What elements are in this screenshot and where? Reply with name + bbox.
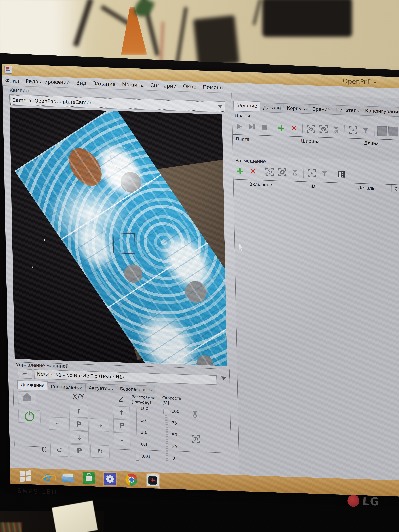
window-title: OpenPnP - (343, 77, 376, 86)
dark-equipment (193, 15, 239, 68)
boards-section-title: Платы (234, 113, 250, 118)
menu-job[interactable]: Задание (93, 80, 116, 87)
start-button[interactable] (18, 469, 32, 483)
taskbar-settings[interactable] (103, 472, 117, 486)
distance-tick: 1.0 (141, 430, 147, 435)
job-start-button[interactable] (234, 121, 245, 132)
safe-z-icon[interactable] (191, 410, 199, 418)
job-step-button[interactable] (246, 121, 258, 133)
camera-view[interactable] (10, 108, 227, 366)
power-icon (25, 412, 34, 421)
capture-tool-location-icon[interactable] (277, 166, 288, 178)
tab-safety[interactable]: Безопасность (117, 385, 155, 394)
menu-edit[interactable]: Редактирование (25, 78, 70, 85)
distance-slider-handle[interactable] (136, 454, 139, 461)
menu-view[interactable]: Вид (76, 80, 87, 86)
position-camera-icon[interactable] (306, 168, 317, 179)
panel-icon-b[interactable] (388, 127, 398, 137)
park-xy-button[interactable]: P (69, 418, 89, 431)
jog-z-plus-button[interactable]: ↑ (113, 406, 130, 419)
collapse-button[interactable] (18, 369, 32, 379)
lg-logo-dot (347, 495, 360, 507)
taskbar-store[interactable] (82, 471, 95, 485)
home-button[interactable] (18, 391, 36, 404)
position-camera-icon[interactable] (191, 434, 201, 444)
panel-icon-a[interactable] (377, 126, 387, 136)
speed-slider[interactable] (165, 414, 168, 461)
taskbar-openpnp[interactable] (146, 473, 160, 488)
dust-speck (44, 239, 45, 241)
speed-label: Скорость [%] (162, 395, 182, 406)
lg-logo: LG (347, 494, 380, 508)
job-tabsheet: Платы + ✕ (232, 111, 399, 481)
power-button[interactable] (18, 410, 41, 423)
filter-icon[interactable] (319, 168, 330, 179)
machine-controls-title: Управление машиной (15, 362, 70, 369)
jog-z-minus-button[interactable]: ↓ (114, 432, 130, 445)
position-tool-icon[interactable] (331, 124, 342, 135)
chevron-down-icon (218, 105, 223, 108)
jog-x-plus-button[interactable]: → (90, 418, 109, 431)
c-axis-label: C (38, 443, 50, 456)
jog-y-minus-button[interactable]: ↓ (70, 431, 89, 444)
store-icon (82, 472, 95, 484)
add-board-button[interactable]: + (276, 122, 287, 133)
capture-tool-location-icon[interactable] (318, 123, 329, 135)
home-icon (23, 397, 31, 401)
menu-file[interactable]: Файл (5, 77, 19, 84)
distance-label: Расстояние [mm/deg] (132, 394, 155, 405)
jog-x-minus-button[interactable]: ← (49, 417, 68, 430)
capture-camera-location-icon[interactable] (264, 166, 275, 177)
screen: OpenPnP - Файл Редактирование Вид Задани… (2, 64, 399, 497)
tab-packages[interactable]: Корпуса (284, 103, 310, 113)
tab-parts[interactable]: Детали (260, 103, 284, 112)
board-view-icon[interactable] (336, 168, 347, 180)
taskbar-internet-explorer[interactable]: e (39, 470, 53, 484)
menu-window[interactable]: Окно (183, 83, 196, 90)
openpnp-icon (147, 474, 159, 487)
bezel-label: SMPS LED (17, 487, 58, 496)
tab-special[interactable]: Специальный (47, 382, 86, 392)
speed-tick: 0 (172, 456, 175, 461)
java-app-icon (4, 66, 12, 74)
jog-panel: X/Y Z Расстояние [mm/deg] Скорость [%] ↑… (15, 390, 230, 452)
speed-tick: 50 (172, 432, 177, 437)
z-label: Z (118, 395, 123, 404)
job-stop-button[interactable] (259, 121, 270, 133)
speed-tick: 25 (172, 444, 177, 449)
distance-slider[interactable] (136, 408, 138, 457)
filter-icon[interactable] (360, 125, 372, 136)
remove-placement-button[interactable]: ✕ (247, 165, 258, 177)
tab-jog[interactable]: Движение (17, 380, 48, 391)
menu-machine[interactable]: Машина (122, 81, 144, 88)
dust-speck (56, 220, 57, 221)
position-tool-icon[interactable] (289, 167, 301, 178)
ie-icon: e (42, 471, 51, 482)
carpet (0, 522, 22, 532)
photo-scene: OpenPnP - Файл Редактирование Вид Задани… (0, 0, 399, 532)
speed-slider-handle[interactable] (163, 409, 171, 414)
position-camera-icon[interactable] (348, 125, 359, 136)
placements-list[interactable] (234, 187, 399, 481)
dust-speck (32, 266, 33, 268)
distance-tick: 0.1 (141, 442, 148, 447)
capture-camera-location-icon[interactable] (305, 123, 317, 134)
distance-tick: 10 (141, 418, 146, 423)
remove-board-button[interactable]: ✕ (288, 122, 300, 134)
park-z-button[interactable]: P (113, 419, 130, 432)
menu-scripts[interactable]: Сценарии (150, 82, 177, 89)
taskbar-chrome[interactable] (125, 473, 138, 487)
tab-actuators[interactable]: Актуаторы (85, 383, 117, 393)
tab-feeders[interactable]: Питатель (333, 105, 362, 115)
taskbar-file-explorer[interactable] (61, 470, 74, 484)
tab-vision[interactable]: Зрение (310, 104, 333, 114)
tab-job[interactable]: Задание (233, 101, 260, 112)
menu-help[interactable]: Помощь (203, 84, 225, 90)
distance-tick: 100 (140, 406, 148, 411)
chevron-down-icon[interactable] (221, 376, 227, 380)
rotate-cw-button[interactable]: ↻ (90, 445, 110, 458)
rotate-ccw-button[interactable]: ↺ (50, 443, 69, 457)
jog-y-plus-button[interactable]: ↑ (69, 405, 88, 418)
add-placement-button[interactable]: + (234, 165, 246, 177)
park-c-button[interactable]: P (70, 444, 89, 457)
